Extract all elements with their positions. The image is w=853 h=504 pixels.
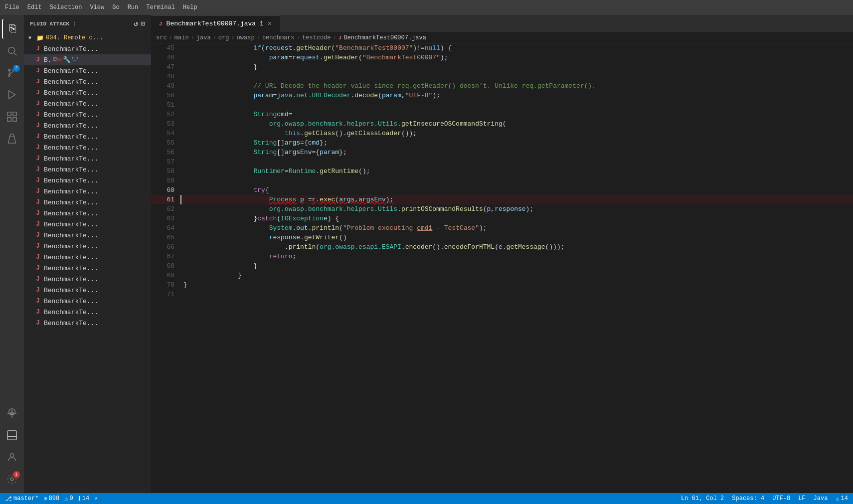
main-layout: ⎘ 2 xyxy=(0,15,853,493)
file-label: BenchmarkTe... xyxy=(44,309,98,316)
code-line-63: } catch (IOException e) { xyxy=(178,214,853,223)
error-count-icon: ⚠ xyxy=(836,495,839,503)
java-file-icon: J xyxy=(34,253,42,261)
search-activity-icon[interactable] xyxy=(2,41,22,61)
cursor-position-status[interactable]: Ln 61, Col 2 xyxy=(681,495,724,502)
file-item-12[interactable]: JBenchmarkTe... xyxy=(24,164,151,175)
breadcrumb-testcode[interactable]: testcode xyxy=(302,34,331,41)
file-item-18[interactable]: JBenchmarkTe... xyxy=(24,230,151,241)
menu-terminal[interactable]: Terminal xyxy=(146,4,175,11)
file-item-16[interactable]: JBenchmarkTe... xyxy=(24,208,151,219)
breadcrumb-filename[interactable]: JBenchmarkTest00007.java xyxy=(339,34,426,41)
encoding-status[interactable]: UTF-8 xyxy=(772,495,790,502)
file-item-5[interactable]: JBenchmarkTe... xyxy=(24,87,151,98)
sync-status[interactable]: ⊙ 898 xyxy=(43,495,59,503)
explorer-activity-icon[interactable]: ⎘ xyxy=(2,19,22,39)
collapse-icon[interactable]: ⊡ xyxy=(141,19,145,28)
java-file-icon: J xyxy=(34,78,42,86)
file-item-6[interactable]: JBenchmarkTe... xyxy=(24,98,151,109)
file-item-19[interactable]: JBenchmarkTe... xyxy=(24,241,151,252)
file-item-2[interactable]: J B. ⧉ ⊗ 🔧 🛡 xyxy=(24,54,151,65)
testing-activity-icon[interactable] xyxy=(2,129,22,149)
breadcrumb-org[interactable]: org xyxy=(218,34,229,41)
file-item-23[interactable]: JBenchmarkTe... xyxy=(24,285,151,296)
file-item-7[interactable]: JBenchmarkTe... xyxy=(24,109,151,120)
file-item-9[interactable]: JBenchmarkTe... xyxy=(24,131,151,142)
warning-status[interactable]: ⚠ 0 xyxy=(64,495,73,503)
code-editor[interactable]: 4546474849 5051525354 5556575859 60 61 6… xyxy=(151,43,853,493)
file-item-10[interactable]: JBenchmarkTe... xyxy=(24,142,151,153)
run-debug-activity-icon[interactable] xyxy=(2,85,22,105)
breadcrumb-java[interactable]: java xyxy=(196,34,211,41)
file-item-25[interactable]: JBenchmarkTe... xyxy=(24,307,151,318)
info-status[interactable]: ℹ 14 xyxy=(78,495,89,503)
java-file-icon: J xyxy=(34,155,42,163)
panel-activity-icon[interactable] xyxy=(2,425,22,445)
file-item-1[interactable]: J BenchmarkTe... xyxy=(24,43,151,54)
code-line-57 xyxy=(178,157,853,167)
file-item-24[interactable]: JBenchmarkTe... xyxy=(24,296,151,307)
file-label: BenchmarkTe... xyxy=(44,67,98,75)
file-item-26[interactable]: JBenchmarkTe... xyxy=(24,318,151,329)
menu-edit[interactable]: Edit xyxy=(27,4,42,11)
settings-activity-icon[interactable]: 1 xyxy=(2,469,22,489)
file-label: BenchmarkTe... xyxy=(44,265,98,272)
breadcrumb-owasp[interactable]: owasp xyxy=(237,34,255,41)
svg-point-3 xyxy=(8,75,10,77)
svg-rect-11 xyxy=(7,118,11,121)
spaces-status[interactable]: Spaces: 4 xyxy=(732,495,764,502)
language-status[interactable]: Java xyxy=(814,495,828,502)
file-label: BenchmarkTe... xyxy=(44,144,98,152)
code-content[interactable]: if (request.getHeader("BenchmarkTest0000… xyxy=(178,43,853,493)
copy-icon[interactable]: ⧉ xyxy=(53,56,57,64)
shield-icon[interactable]: 🛡 xyxy=(72,56,78,64)
git-branch-status[interactable]: ⎇ master* xyxy=(5,495,38,503)
menu-go[interactable]: Go xyxy=(112,4,119,11)
menu-help[interactable]: Help xyxy=(183,4,197,11)
file-item-11[interactable]: JBenchmarkTe... xyxy=(24,153,151,164)
file-item-22[interactable]: JBenchmarkTe... xyxy=(24,274,151,285)
eol-status[interactable]: LF xyxy=(798,495,805,502)
breadcrumb-benchmark[interactable]: benchmark xyxy=(262,34,295,41)
source-control-activity-icon[interactable]: 2 xyxy=(2,63,22,83)
remote-activity-icon[interactable] xyxy=(2,403,22,423)
file-item-20[interactable]: JBenchmarkTe... xyxy=(24,252,151,263)
folder-label: 004. Remote c... xyxy=(46,34,103,41)
file-item-21[interactable]: JBenchmarkTe... xyxy=(24,263,151,274)
file-item-4[interactable]: JBenchmarkTe... xyxy=(24,76,151,87)
java-file-icon: J xyxy=(34,111,42,119)
menu-bar[interactable]: File Edit Selection View Go Run Terminal… xyxy=(5,4,197,11)
file-label: BenchmarkTe... xyxy=(44,210,98,217)
refresh-icon[interactable]: ↺ xyxy=(134,19,138,28)
breadcrumb-main[interactable]: main xyxy=(174,34,189,41)
file-label: BenchmarkTe... xyxy=(44,111,98,119)
file-label: BenchmarkTe... xyxy=(44,298,98,305)
error-icon[interactable]: ⊗ xyxy=(58,56,62,64)
menu-file[interactable]: File xyxy=(5,4,19,11)
file-label: BenchmarkTe... xyxy=(44,122,98,130)
lightning-icon: ⚡ xyxy=(94,495,98,503)
extensions-activity-icon[interactable] xyxy=(2,107,22,127)
tab-benchmarktest00007[interactable]: J BenchmarkTest00007.java 1 × xyxy=(151,15,280,32)
file-item-8[interactable]: JBenchmarkTe... xyxy=(24,120,151,131)
error-count-status[interactable]: ⚠ 14 xyxy=(836,495,848,503)
file-item-14[interactable]: JBenchmarkTe... xyxy=(24,186,151,197)
menu-run[interactable]: Run xyxy=(128,4,139,11)
account-activity-icon[interactable] xyxy=(2,447,22,467)
warning-count: 0 xyxy=(70,495,73,502)
wrench-icon[interactable]: 🔧 xyxy=(63,56,71,64)
menu-selection[interactable]: Selection xyxy=(50,4,82,11)
tab-close-button[interactable]: × xyxy=(268,20,272,28)
line-numbers: 4546474849 5051525354 5556575859 60 61 6… xyxy=(151,43,178,493)
breadcrumb-sep7: › xyxy=(333,34,337,41)
folder-item[interactable]: ▼ 📁 004. Remote c... xyxy=(24,32,151,43)
file-item-13[interactable]: JBenchmarkTe... xyxy=(24,175,151,186)
file-item-17[interactable]: JBenchmarkTe... xyxy=(24,219,151,230)
file-item-15[interactable]: JBenchmarkTe... xyxy=(24,197,151,208)
menu-view[interactable]: View xyxy=(90,4,104,11)
tab-bar: J BenchmarkTest00007.java 1 × xyxy=(151,15,853,32)
lightning-status[interactable]: ⚡ xyxy=(94,495,98,503)
java-file-icon: J xyxy=(34,231,42,239)
breadcrumb-src[interactable]: src xyxy=(156,34,167,41)
file-item-3[interactable]: JBenchmarkTe... xyxy=(24,65,151,76)
